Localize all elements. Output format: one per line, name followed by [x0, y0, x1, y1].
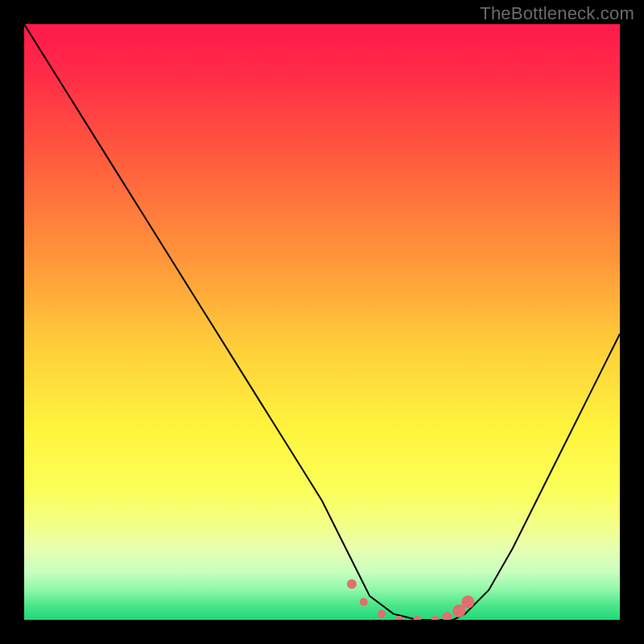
highlight-marker: [378, 610, 386, 618]
curve-layer: [24, 24, 620, 620]
plot-area: [24, 24, 620, 620]
curve-line: [24, 24, 620, 620]
highlight-marker: [431, 616, 440, 620]
highlight-marker: [347, 580, 357, 589]
chart-frame: TheBottleneck.com: [0, 0, 644, 644]
highlight-marker: [360, 598, 368, 606]
highlight-marker: [442, 612, 452, 620]
highlight-marker: [413, 616, 421, 620]
highlight-marker: [461, 596, 474, 609]
highlight-markers: [347, 580, 474, 620]
watermark-text: TheBottleneck.com: [480, 3, 634, 24]
